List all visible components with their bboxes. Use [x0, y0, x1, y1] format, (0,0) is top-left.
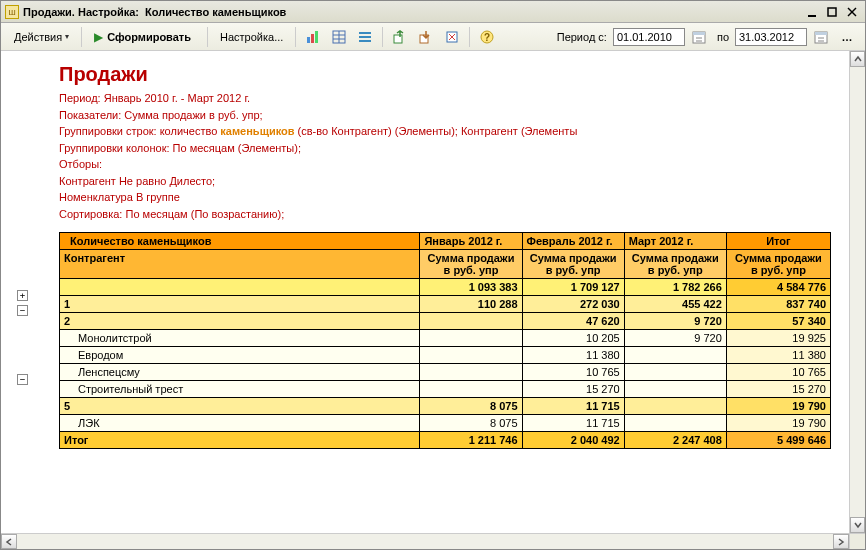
- form-button[interactable]: ▶ Сформировать: [87, 26, 202, 48]
- row-value: 8 075: [420, 415, 522, 432]
- settings-label: Настройка...: [220, 31, 283, 43]
- svg-rect-4: [307, 37, 310, 43]
- meta-filter-1: Контрагент Не равно Дилесто;: [59, 173, 831, 190]
- actions-menu[interactable]: Действия ▾: [7, 26, 76, 48]
- row-value: 11 715: [522, 398, 624, 415]
- row-itog: 4 584 776: [726, 279, 830, 296]
- settings-button[interactable]: Настройка...: [213, 26, 290, 48]
- row-value: [420, 347, 522, 364]
- table-row[interactable]: 1 093 3831 709 1271 782 2664 584 776: [60, 279, 831, 296]
- row-value: 1 211 746: [420, 432, 522, 449]
- row-value: 2 040 492: [522, 432, 624, 449]
- table-row[interactable]: 58 07511 71519 790: [60, 398, 831, 415]
- row-value: 272 030: [522, 296, 624, 313]
- vertical-scrollbar[interactable]: [849, 51, 865, 533]
- period-more-button[interactable]: …: [835, 26, 859, 48]
- toolbar: Действия ▾ ▶ Сформировать Настройка...: [1, 23, 865, 51]
- row-itog: 19 790: [726, 398, 830, 415]
- row-value: [624, 381, 726, 398]
- svg-rect-12: [359, 36, 371, 38]
- row-value: 9 720: [624, 330, 726, 347]
- import-button[interactable]: [414, 26, 438, 48]
- horizontal-scrollbar[interactable]: [1, 533, 849, 549]
- row-gutter: +−−: [1, 51, 31, 533]
- row-value: 8 075: [420, 398, 522, 415]
- scroll-track[interactable]: [850, 67, 865, 517]
- calendar-icon: [692, 30, 706, 44]
- row-label: Ленспецсму: [60, 364, 420, 381]
- meta-period: Период: Январь 2010 г. - Март 2012 г.: [59, 90, 831, 107]
- chevron-down-icon: [854, 521, 862, 529]
- table-row[interactable]: 247 6209 72057 340: [60, 313, 831, 330]
- close-button[interactable]: [843, 4, 861, 20]
- table-row[interactable]: Строительный трест15 27015 270: [60, 381, 831, 398]
- row-value: [624, 398, 726, 415]
- row-value: 11 715: [522, 415, 624, 432]
- row-value: 10 765: [522, 364, 624, 381]
- row-label: Монолитстрой: [60, 330, 420, 347]
- scroll-left-button[interactable]: [1, 534, 17, 549]
- table-row[interactable]: ЛЭК8 07511 71519 790: [60, 415, 831, 432]
- scroll-up-button[interactable]: [850, 51, 865, 67]
- actions-label: Действия: [14, 31, 62, 43]
- row-label: Евродом: [60, 347, 420, 364]
- maximize-icon: [826, 6, 838, 18]
- svg-rect-11: [359, 32, 371, 34]
- header-measure: Сумма продажи в руб. упр: [522, 250, 624, 279]
- scroll-track-h[interactable]: [17, 534, 833, 549]
- table-row[interactable]: Ленспецсму10 76510 765: [60, 364, 831, 381]
- row-itog: 57 340: [726, 313, 830, 330]
- tree-toggle[interactable]: −: [17, 374, 28, 385]
- list-button[interactable]: [353, 26, 377, 48]
- refresh-button[interactable]: [440, 26, 464, 48]
- chevron-left-icon: [5, 538, 13, 546]
- help-button[interactable]: ?: [475, 26, 499, 48]
- row-value: 9 720: [624, 313, 726, 330]
- calendar-from-button[interactable]: [687, 26, 711, 48]
- row-itog: 19 790: [726, 415, 830, 432]
- row-value: 1 709 127: [522, 279, 624, 296]
- row-value: 1 782 266: [624, 279, 726, 296]
- tree-toggle[interactable]: +: [17, 290, 28, 301]
- row-value: [420, 330, 522, 347]
- svg-rect-1: [828, 8, 836, 16]
- row-value: 2 247 408: [624, 432, 726, 449]
- list-icon: [357, 29, 373, 45]
- meta-row-groups-c: (св-во Контрагент) (Элементы); Контраген…: [295, 125, 578, 137]
- chart-icon: [305, 29, 321, 45]
- row-value: 1 093 383: [420, 279, 522, 296]
- header-month: Январь 2012 г.: [420, 233, 522, 250]
- svg-rect-14: [394, 35, 402, 43]
- tree-toggle[interactable]: −: [17, 305, 28, 316]
- calendar-icon: [814, 30, 828, 44]
- scroll-right-button[interactable]: [833, 534, 849, 549]
- table-row[interactable]: Евродом11 38011 380: [60, 347, 831, 364]
- meta-row-groups-b: каменьщиков: [220, 125, 294, 137]
- help-icon: ?: [479, 29, 495, 45]
- table-row[interactable]: 1110 288272 030455 422837 740: [60, 296, 831, 313]
- table-row[interactable]: Монолитстрой10 2059 72019 925: [60, 330, 831, 347]
- meta-col-groups: Группировки колонок: По месяцам (Элемент…: [59, 140, 831, 157]
- export-button[interactable]: [388, 26, 412, 48]
- period-from-label: Период с:: [557, 31, 607, 43]
- minimize-button[interactable]: [803, 4, 821, 20]
- table-row[interactable]: Итог1 211 7462 040 4922 247 4085 499 646: [60, 432, 831, 449]
- report-body: Продажи Период: Январь 2010 г. - Март 20…: [31, 51, 849, 533]
- row-label: 1: [60, 296, 420, 313]
- row-label: [60, 279, 420, 296]
- table-icon: [331, 29, 347, 45]
- svg-rect-20: [693, 32, 705, 35]
- chart-button[interactable]: [301, 26, 325, 48]
- period-to-input[interactable]: [735, 28, 807, 46]
- table-button[interactable]: [327, 26, 351, 48]
- row-itog: 19 925: [726, 330, 830, 347]
- period-from-input[interactable]: [613, 28, 685, 46]
- maximize-button[interactable]: [823, 4, 841, 20]
- scroll-down-button[interactable]: [850, 517, 865, 533]
- row-itog: 10 765: [726, 364, 830, 381]
- row-value: [624, 415, 726, 432]
- row-value: 110 288: [420, 296, 522, 313]
- header-measure: Сумма продажи в руб. упр: [420, 250, 522, 279]
- calendar-to-button[interactable]: [809, 26, 833, 48]
- data-table: Количество каменьщиковЯнварь 2012 г.Февр…: [59, 232, 831, 449]
